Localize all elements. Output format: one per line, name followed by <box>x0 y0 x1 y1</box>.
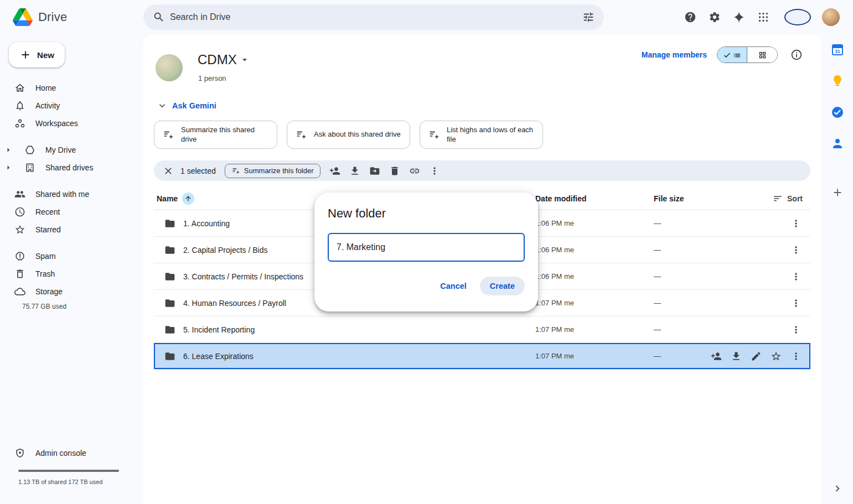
table-row-selected[interactable]: 6. Lease Expirations 1:07 PM me — <box>154 343 810 370</box>
row-more-button[interactable] <box>786 293 806 313</box>
shared-drive-avatar <box>156 54 183 81</box>
share-button[interactable] <box>325 162 345 180</box>
sidebar-item-shared-with-me[interactable]: Shared with me <box>0 185 143 203</box>
share-button[interactable] <box>706 346 726 366</box>
list-view-button[interactable] <box>717 47 747 63</box>
admin-console-link[interactable]: Admin console <box>0 444 143 462</box>
clock-icon <box>14 206 25 217</box>
get-add-ons-button[interactable] <box>826 181 849 204</box>
date-modified: 1:06 PM me <box>535 272 654 280</box>
folder-icon <box>164 218 175 229</box>
topbar-actions <box>679 6 853 28</box>
date-modified: 1:06 PM me <box>535 219 654 227</box>
cancel-button[interactable]: Cancel <box>432 277 474 295</box>
settings-gear-icon[interactable] <box>704 6 726 28</box>
keep-icon[interactable] <box>826 70 849 92</box>
column-header-date-modified[interactable]: Date modified <box>535 194 654 203</box>
plus-icon <box>19 49 32 61</box>
sidebar-item-label: Spam <box>35 252 56 261</box>
star-button[interactable] <box>766 346 786 366</box>
sidebar-item-activity[interactable]: Activity <box>0 97 143 115</box>
summarize-folder-chip[interactable]: Summarize this folder <box>225 164 320 178</box>
folder-icon <box>164 245 175 256</box>
row-more-button[interactable] <box>786 240 806 260</box>
file-size: — <box>654 299 727 307</box>
sidebar-item-home[interactable]: Home <box>0 79 143 97</box>
file-name: 5. Incident Reporting <box>183 325 255 334</box>
gemini-chip-label: Ask about this shared drive <box>314 130 401 139</box>
contacts-icon[interactable] <box>826 132 849 154</box>
summarize-icon <box>231 167 240 175</box>
expand-arrow-icon[interactable] <box>2 145 14 155</box>
row-more-button[interactable] <box>786 214 806 233</box>
folder-name-input[interactable] <box>328 233 525 262</box>
sidebar-item-my-drive[interactable]: My Drive <box>0 141 143 159</box>
folder-icon <box>164 351 175 362</box>
google-apps-grid-icon[interactable] <box>752 6 774 28</box>
gemini-chip-label: Summarize this shared drive <box>181 126 269 144</box>
rename-pencil-button[interactable] <box>746 346 766 366</box>
sidebar-item-label: My Drive <box>45 146 76 154</box>
info-icon[interactable] <box>788 46 805 64</box>
ask-gemini-toggle[interactable]: Ask Gemini <box>157 100 216 112</box>
sidebar-item-trash[interactable]: Trash <box>0 265 143 283</box>
admin-shield-icon <box>14 448 25 459</box>
gemini-chip-ask-drive[interactable]: Ask about this shared drive <box>287 121 410 149</box>
search-bar[interactable] <box>143 4 604 30</box>
sidebar-item-shared-drives[interactable]: Shared drives <box>0 159 143 176</box>
sidebar-item-workspaces[interactable]: Workspaces <box>0 115 143 132</box>
sort-menu-button[interactable]: Sort <box>727 194 810 204</box>
expand-arrow-icon[interactable] <box>2 163 14 173</box>
view-toggle <box>717 46 778 63</box>
table-row[interactable]: 5. Incident Reporting 1:07 PM me — <box>154 316 810 343</box>
date-modified: 1:06 PM me <box>535 246 654 254</box>
summarize-icon <box>428 129 440 141</box>
sort-label: Sort <box>787 194 803 203</box>
column-header-name[interactable]: Name <box>157 194 178 203</box>
clear-selection-button[interactable] <box>158 162 178 180</box>
shared-drive-title[interactable]: CDMX <box>198 52 250 67</box>
move-button[interactable] <box>365 162 385 180</box>
sort-ascending-icon[interactable] <box>182 193 194 205</box>
dialog-title: New folder <box>328 206 386 221</box>
download-button[interactable] <box>726 346 746 366</box>
folder-icon <box>164 271 175 282</box>
calendar-icon[interactable]: 31 <box>826 39 849 61</box>
row-more-button[interactable] <box>786 267 806 287</box>
download-button[interactable] <box>345 162 365 180</box>
drive-logo[interactable]: Drive <box>0 8 143 26</box>
search-icon[interactable] <box>148 6 170 28</box>
row-more-button[interactable] <box>786 320 806 340</box>
tasks-icon[interactable] <box>826 101 849 123</box>
sidebar-item-spam[interactable]: Spam <box>0 247 143 265</box>
expand-panel-chevron-icon[interactable] <box>826 477 849 500</box>
star-icon <box>14 224 25 235</box>
members-count: 1 person <box>198 74 226 82</box>
row-more-button[interactable] <box>786 346 806 366</box>
gemini-sparkle-icon[interactable] <box>728 6 750 28</box>
sidebar-item-label: Recent <box>35 207 60 216</box>
copy-link-button[interactable] <box>405 162 425 180</box>
file-name: 2. Capital Projects / Bids <box>183 246 268 254</box>
more-actions-button[interactable] <box>425 162 444 180</box>
help-icon[interactable] <box>679 6 701 28</box>
sidebar-item-starred[interactable]: Starred <box>0 221 143 238</box>
sidebar-item-recent[interactable]: Recent <box>0 203 143 221</box>
gemini-chip-highs-lows[interactable]: List highs and lows of each file <box>420 121 543 149</box>
cloud-icon <box>14 286 25 297</box>
new-button[interactable]: New <box>9 42 65 67</box>
sidebar-item-label: Shared drives <box>45 163 93 172</box>
manage-members-link[interactable]: Manage members <box>642 50 707 59</box>
delete-button[interactable] <box>385 162 405 180</box>
grid-view-button[interactable] <box>747 47 777 63</box>
user-avatar[interactable] <box>822 8 840 26</box>
grid-icon <box>758 51 767 59</box>
sidebar-item-storage[interactable]: Storage <box>0 283 143 300</box>
gemini-chip-summarize-drive[interactable]: Summarize this shared drive <box>154 121 277 149</box>
date-modified: 1:07 PM me <box>535 299 654 307</box>
column-header-file-size[interactable]: File size <box>654 194 727 203</box>
create-button[interactable]: Create <box>480 277 525 295</box>
search-input[interactable] <box>170 12 577 22</box>
file-size: — <box>654 219 727 227</box>
search-filters-icon[interactable] <box>577 6 599 28</box>
